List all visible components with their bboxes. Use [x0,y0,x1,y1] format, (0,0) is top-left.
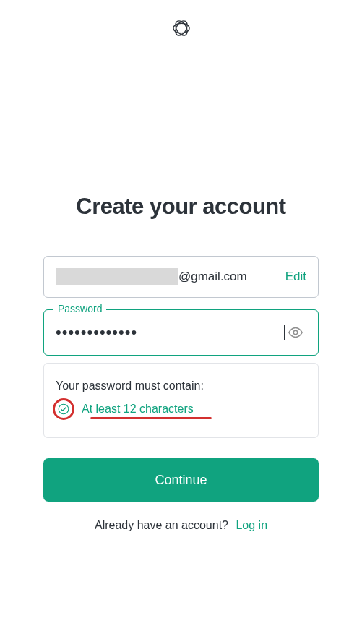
password-input[interactable]: ••••••••••••• [56,323,285,342]
login-prompt-text: Already have an account? [95,519,228,531]
edit-email-link[interactable]: Edit [285,270,306,284]
annotation-underline [90,417,212,419]
password-input-wrap[interactable]: ••••••••••••• [43,309,319,356]
login-link[interactable]: Log in [236,519,267,531]
svg-point-3 [293,330,298,335]
requirement-text: At least 12 characters [82,403,194,416]
email-field: @gmail.com Edit [43,256,319,298]
password-label: Password [53,303,106,314]
openai-logo [169,16,194,40]
eye-icon [288,325,303,340]
continue-button[interactable]: Continue [43,458,319,502]
password-requirements-box: Your password must contain: At least 12 … [43,363,319,438]
annotation-circle [53,398,74,420]
requirement-row: At least 12 characters [56,401,306,417]
email-domain-suffix: @gmail.com [178,270,247,284]
login-prompt-row: Already have an account? Log in [43,519,319,532]
requirement-checkmark [56,401,72,417]
email-redacted-local-part [56,268,178,285]
requirements-heading: Your password must contain: [56,379,306,392]
svg-point-2 [173,19,189,38]
toggle-password-visibility-button[interactable] [285,322,306,343]
page-title: Create your account [76,194,285,220]
